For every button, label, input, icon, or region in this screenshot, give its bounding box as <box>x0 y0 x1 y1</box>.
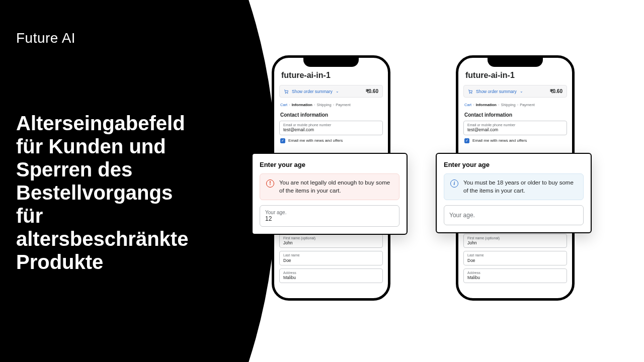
age-placeholder: Your age. <box>449 212 578 219</box>
order-summary-toggle[interactable]: Show order summary ⌄ ₹0.60 <box>463 85 567 98</box>
contact-heading: Contact information <box>280 112 382 118</box>
age-input[interactable]: Your age. 12 <box>260 205 399 227</box>
cart-icon <box>284 89 289 94</box>
checkbox-checked-icon: ✓ <box>280 138 285 143</box>
error-alert: ! You are not legally old enough to buy … <box>260 173 399 200</box>
order-total: ₹0.60 <box>366 88 378 94</box>
slide: Future AI Alterseingabefeld für Kunden u… <box>0 0 644 362</box>
brand-logo: Future AI <box>16 30 252 46</box>
order-summary-toggle[interactable]: Show order summary ⌄ ₹0.60 <box>279 85 383 98</box>
info-message: You must be 18 years or older to buy som… <box>463 179 577 195</box>
crumb-cart[interactable]: Cart <box>280 103 287 107</box>
age-input[interactable]: Your age. <box>444 205 584 225</box>
last-name-field[interactable]: Last nameDoe <box>463 251 567 265</box>
store-name: future-ai-in-1 <box>465 71 565 80</box>
alert-error-icon: ! <box>266 179 274 188</box>
last-name-field[interactable]: Last nameDoe <box>279 251 383 265</box>
crumb-shipping: Shipping <box>501 103 515 107</box>
news-label: Email me with news and offers <box>472 138 527 143</box>
headline: Alterseingabefeld für Kunden und Sperren… <box>16 112 202 274</box>
phone-notch <box>488 58 543 67</box>
crumb-payment: Payment <box>336 103 351 107</box>
breadcrumb: Cart›Information›Shipping›Payment <box>464 103 566 107</box>
age-popout-info: Enter your age i You must be 18 years or… <box>436 153 592 233</box>
svg-point-0 <box>285 93 286 93</box>
address-field[interactable]: AddressMalibu <box>279 268 383 283</box>
crumb-cart[interactable]: Cart <box>464 103 471 107</box>
crumb-shipping: Shipping <box>316 103 331 107</box>
crumb-information: Information <box>292 103 312 107</box>
first-name-field[interactable]: First name (optional)John <box>279 234 383 248</box>
error-message: You are not legally old enough to buy so… <box>279 179 393 195</box>
summary-label: Show order summary <box>476 89 517 94</box>
first-name-field[interactable]: First name (optional)John <box>463 234 567 248</box>
phone-mockups: future-ai-in-1 Show order summary ⌄ ₹0.6… <box>272 55 575 301</box>
info-alert: i You must be 18 years or older to buy s… <box>444 173 584 200</box>
news-checkbox-row[interactable]: ✓ Email me with news and offers <box>464 138 566 143</box>
phone-info-state: future-ai-in-1 Show order summary ⌄ ₹0.6… <box>456 55 575 301</box>
summary-label: Show order summary <box>292 89 333 94</box>
checkbox-checked-icon: ✓ <box>464 138 469 143</box>
alert-info-icon: i <box>450 179 458 188</box>
chevron-down-icon: ⌄ <box>336 89 339 94</box>
popout-title: Enter your age <box>444 161 584 168</box>
popout-title: Enter your age <box>260 161 399 168</box>
age-popout-error: Enter your age ! You are not legally old… <box>252 153 408 235</box>
crumb-information: Information <box>476 103 497 107</box>
news-checkbox-row[interactable]: ✓ Email me with news and offers <box>280 138 382 143</box>
store-name: future-ai-in-1 <box>281 71 381 80</box>
svg-point-1 <box>287 93 288 93</box>
email-field[interactable]: Email or mobile phone number test@email.… <box>463 121 567 135</box>
phone-notch <box>303 58 359 67</box>
svg-point-2 <box>469 93 470 93</box>
hero-panel: Future AI Alterseingabefeld für Kunden u… <box>0 0 277 362</box>
address-field[interactable]: AddressMalibu <box>463 268 567 283</box>
crumb-payment: Payment <box>520 103 535 107</box>
email-field[interactable]: Email or mobile phone number test@email.… <box>279 121 383 135</box>
news-label: Email me with news and offers <box>288 138 343 143</box>
cart-icon <box>468 89 473 94</box>
phone-error-state: future-ai-in-1 Show order summary ⌄ ₹0.6… <box>272 55 390 301</box>
svg-point-3 <box>471 93 472 93</box>
order-total: ₹0.60 <box>550 88 562 94</box>
chevron-down-icon: ⌄ <box>520 89 523 94</box>
contact-heading: Contact information <box>464 112 566 118</box>
breadcrumb: Cart›Information›Shipping›Payment <box>280 103 382 107</box>
